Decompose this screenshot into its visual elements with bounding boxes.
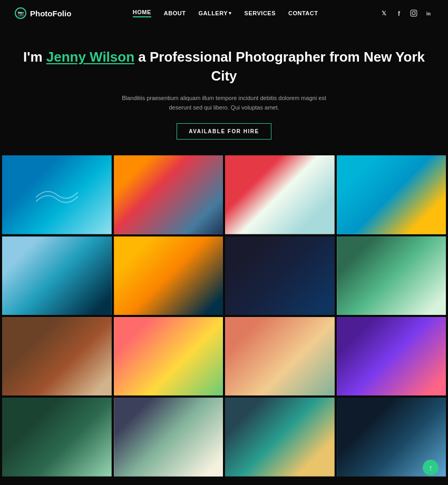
hero-heading-post: a Professional Photographer from New Yor… [134, 49, 425, 84]
instagram-icon[interactable] [409, 8, 418, 18]
gallery-image-2 [114, 155, 223, 234]
hero-heading: I'm Jenny Wilson a Professional Photogra… [11, 47, 437, 86]
gallery-image-8 [337, 236, 446, 315]
gallery-image-10 [114, 317, 223, 395]
gallery-image-15 [225, 398, 335, 476]
gallery-image-4 [337, 155, 446, 234]
gallery-item-1[interactable] [2, 155, 112, 234]
gallery-item-8[interactable] [337, 236, 446, 315]
nav-contact[interactable]: CONTACT [288, 10, 318, 16]
scroll-to-top-button[interactable]: ↑ [423, 460, 439, 476]
gallery-item-12[interactable] [337, 317, 446, 395]
gallery-image-7 [225, 236, 335, 315]
main-nav: HOME ABOUT GALLERY ▾ SERVICES CONTACT [133, 9, 318, 17]
nav-gallery[interactable]: GALLERY ▾ [198, 10, 231, 16]
gallery-item-15[interactable] [225, 398, 335, 476]
gallery-image-6 [114, 236, 223, 315]
gallery-item-3[interactable] [225, 155, 335, 234]
logo-text: PhotoFolio [30, 9, 71, 18]
social-links: 𝕏 f in [379, 8, 433, 18]
hero-name: Jenny Wilson [46, 49, 134, 65]
gallery-item-6[interactable] [114, 236, 223, 315]
gallery-item-10[interactable] [114, 317, 223, 395]
svg-point-1 [412, 12, 415, 15]
gallery-item-5[interactable] [2, 236, 112, 315]
twitter-icon[interactable]: 𝕏 [379, 8, 389, 18]
gallery-image-9 [2, 317, 112, 395]
gallery-item-9[interactable] [2, 317, 112, 395]
linkedin-icon[interactable]: in [424, 8, 433, 18]
gallery-image-3 [225, 155, 335, 234]
photo-gallery [0, 155, 448, 479]
hero-description: Blanditiis praesentium aliquam illum tem… [119, 93, 329, 113]
site-header: 📷 PhotoFolio HOME ABOUT GALLERY ▾ SERVIC… [0, 0, 448, 26]
gallery-item-14[interactable] [114, 398, 223, 476]
svg-rect-0 [411, 10, 417, 16]
chevron-down-icon: ▾ [229, 11, 232, 16]
facebook-icon[interactable]: f [394, 8, 404, 18]
hero-section: I'm Jenny Wilson a Professional Photogra… [0, 26, 448, 155]
svg-point-2 [415, 11, 416, 12]
logo-icon: 📷 [15, 7, 26, 19]
nav-home[interactable]: HOME [133, 9, 151, 17]
gallery-image-12 [337, 317, 446, 395]
gallery-image-5 [2, 236, 112, 315]
gallery-item-7[interactable] [225, 236, 335, 315]
hero-heading-pre: I'm [23, 49, 46, 65]
nav-about[interactable]: ABOUT [164, 10, 186, 16]
site-footer: © Copyright PhotoFolio. All Rights Reser… [0, 479, 448, 485]
gallery-image-11 [225, 317, 335, 395]
gallery-image-13 [2, 398, 112, 476]
gallery-item-2[interactable] [114, 155, 223, 234]
gallery-image-14 [114, 398, 223, 476]
hire-button[interactable]: AVAILABLE FOR HIRE [177, 123, 271, 140]
gallery-item-11[interactable] [225, 317, 335, 395]
gallery-item-13[interactable] [2, 398, 112, 476]
logo[interactable]: 📷 PhotoFolio [15, 7, 71, 19]
gallery-image-1 [2, 155, 112, 234]
nav-services[interactable]: SERVICES [245, 10, 276, 16]
gallery-item-4[interactable] [337, 155, 446, 234]
